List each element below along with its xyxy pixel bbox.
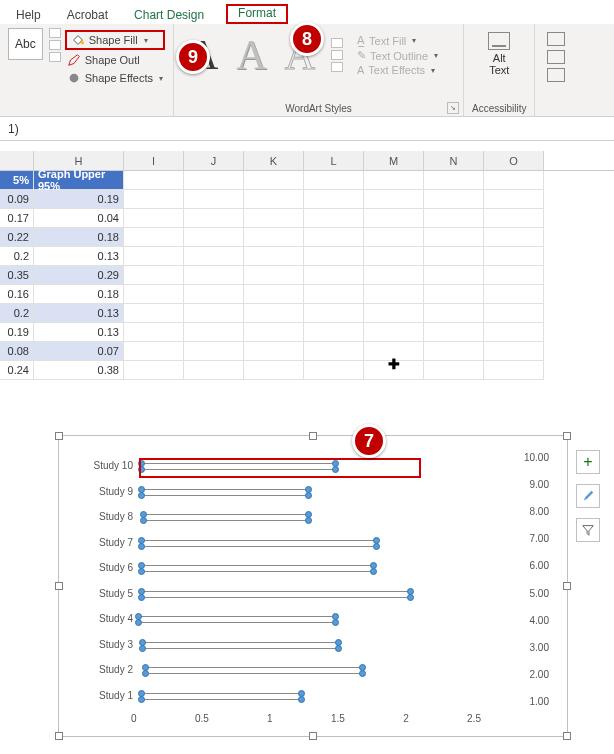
x-tick[interactable]: 2 — [403, 713, 409, 724]
cell[interactable] — [244, 285, 304, 304]
data-point[interactable] — [138, 568, 145, 575]
cell[interactable] — [244, 247, 304, 266]
data-point[interactable] — [135, 619, 142, 626]
cell[interactable] — [424, 304, 484, 323]
cell-upper-4[interactable]: 0.29 — [34, 266, 124, 285]
cell[interactable] — [184, 342, 244, 361]
alt-text-button[interactable]: Alt Text — [472, 28, 526, 80]
y2-tick[interactable]: 2.00 — [530, 669, 549, 680]
y2-tick[interactable]: 5.00 — [530, 588, 549, 599]
y2-tick[interactable]: 7.00 — [530, 533, 549, 544]
bar-segment[interactable] — [141, 565, 374, 566]
cell[interactable] — [424, 228, 484, 247]
shape-outline-button[interactable]: Shape Outl — [65, 52, 165, 68]
shape-effects-button[interactable]: Shape Effects▾ — [65, 70, 165, 86]
cell-upper-8[interactable]: 0.07 — [34, 342, 124, 361]
bar-segment[interactable] — [141, 597, 410, 598]
cell[interactable] — [304, 323, 364, 342]
header-upper-95[interactable]: Graph Upper 95% — [34, 171, 124, 190]
cell[interactable] — [424, 171, 484, 190]
data-point[interactable] — [140, 517, 147, 524]
cell[interactable] — [244, 304, 304, 323]
cell[interactable] — [184, 190, 244, 209]
col-M[interactable]: M — [364, 151, 424, 170]
cell[interactable] — [124, 190, 184, 209]
y2-tick[interactable]: 1.00 — [530, 696, 549, 707]
cell-lower-1[interactable]: 0.17 — [0, 209, 34, 228]
resize-handle-ne[interactable] — [563, 432, 571, 440]
data-point[interactable] — [138, 492, 145, 499]
cell[interactable] — [124, 209, 184, 228]
cell[interactable] — [184, 304, 244, 323]
cell-upper-3[interactable]: 0.13 — [34, 247, 124, 266]
bar-segment[interactable] — [141, 571, 374, 572]
cell[interactable] — [244, 228, 304, 247]
cell[interactable] — [364, 228, 424, 247]
cell[interactable] — [484, 361, 544, 380]
cell[interactable] — [124, 361, 184, 380]
cell-lower-0[interactable]: 0.09 — [0, 190, 34, 209]
cell[interactable] — [424, 209, 484, 228]
cell[interactable] — [484, 266, 544, 285]
cell[interactable] — [124, 285, 184, 304]
y2-tick[interactable]: 9.00 — [530, 479, 549, 490]
cell[interactable] — [364, 323, 424, 342]
col-G-partial[interactable] — [0, 151, 34, 170]
cell[interactable] — [124, 228, 184, 247]
x-tick[interactable]: 2.5 — [467, 713, 481, 724]
cell-lower-9[interactable]: 0.24 — [0, 361, 34, 380]
cell[interactable] — [364, 190, 424, 209]
data-point[interactable] — [332, 619, 339, 626]
category-label-study-4[interactable]: Study 4 — [73, 613, 133, 624]
resize-handle-e[interactable] — [563, 582, 571, 590]
resize-handle-s[interactable] — [309, 732, 317, 740]
wordart-dialog-launcher[interactable]: ↘ — [447, 102, 459, 114]
cell[interactable] — [424, 190, 484, 209]
cell-lower-7[interactable]: 0.19 — [0, 323, 34, 342]
cell[interactable] — [184, 323, 244, 342]
cell[interactable] — [484, 190, 544, 209]
x-tick[interactable]: 0.5 — [195, 713, 209, 724]
cell[interactable] — [364, 285, 424, 304]
data-point[interactable] — [138, 696, 145, 703]
tab-acrobat[interactable]: Acrobat — [63, 6, 112, 24]
bar-segment[interactable] — [141, 540, 376, 541]
y2-tick[interactable]: 10.00 — [524, 452, 549, 463]
cell[interactable] — [484, 304, 544, 323]
x-axis[interactable]: 00.511.522.5 — [131, 713, 481, 724]
resize-handle-w[interactable] — [55, 582, 63, 590]
bar-segment[interactable] — [142, 642, 338, 643]
cell-upper-2[interactable]: 0.18 — [34, 228, 124, 247]
cell[interactable] — [124, 304, 184, 323]
x-tick[interactable]: 0 — [131, 713, 137, 724]
bring-forward-icon[interactable] — [547, 32, 565, 46]
data-point[interactable] — [305, 517, 312, 524]
chart-filters-button[interactable] — [576, 518, 600, 542]
cell-lower-8[interactable]: 0.08 — [0, 342, 34, 361]
cell[interactable] — [484, 247, 544, 266]
category-label-study-2[interactable]: Study 2 — [73, 664, 133, 675]
cell[interactable] — [124, 266, 184, 285]
cell[interactable] — [244, 190, 304, 209]
cell-lower-6[interactable]: 0.2 — [0, 304, 34, 323]
shape-fill-button[interactable]: Shape Fill▾ — [69, 32, 161, 48]
y2-tick[interactable]: 6.00 — [530, 560, 549, 571]
cell[interactable] — [124, 247, 184, 266]
tab-help[interactable]: Help — [12, 6, 45, 24]
tab-chart-design[interactable]: Chart Design — [130, 6, 208, 24]
resize-handle-se[interactable] — [563, 732, 571, 740]
y2-tick[interactable]: 4.00 — [530, 615, 549, 626]
bar-segment[interactable] — [141, 495, 308, 496]
cell[interactable] — [124, 171, 184, 190]
cell[interactable] — [424, 323, 484, 342]
category-label-study-7[interactable]: Study 7 — [73, 537, 133, 548]
cell[interactable] — [364, 209, 424, 228]
col-K[interactable]: K — [244, 151, 304, 170]
cell[interactable] — [184, 247, 244, 266]
bar-segment[interactable] — [143, 514, 308, 515]
cell[interactable] — [304, 342, 364, 361]
cell[interactable] — [124, 342, 184, 361]
cell[interactable] — [364, 171, 424, 190]
send-backward-icon[interactable] — [547, 50, 565, 64]
cell[interactable] — [304, 247, 364, 266]
